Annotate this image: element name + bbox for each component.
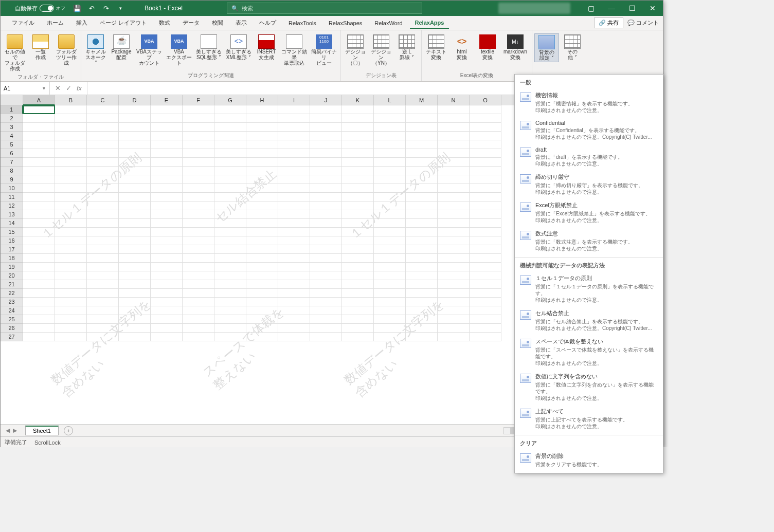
cell[interactable] — [374, 175, 406, 184]
cell[interactable] — [374, 228, 406, 236]
cell[interactable] — [310, 193, 342, 201]
cell[interactable] — [23, 228, 55, 236]
cell[interactable] — [214, 201, 246, 210]
cell[interactable] — [151, 236, 183, 245]
redo-icon[interactable]: ↷ — [101, 4, 111, 13]
cell[interactable] — [342, 306, 374, 315]
cell[interactable] — [87, 210, 119, 219]
cell[interactable] — [342, 193, 374, 201]
cell[interactable] — [87, 254, 119, 263]
cell[interactable] — [406, 114, 438, 123]
cell[interactable] — [246, 280, 278, 289]
column-header[interactable]: G — [214, 95, 246, 105]
cell[interactable] — [55, 315, 87, 324]
cell[interactable] — [183, 263, 214, 271]
close-icon[interactable]: ✕ — [642, 1, 663, 16]
cell[interactable] — [23, 123, 55, 132]
cell[interactable] — [438, 158, 470, 167]
row-header[interactable]: 19 — [1, 263, 23, 271]
cell[interactable] — [23, 333, 55, 341]
cell[interactable] — [438, 236, 470, 245]
cell[interactable] — [183, 306, 214, 315]
cell[interactable] — [23, 289, 55, 298]
row-header[interactable]: 23 — [1, 298, 23, 306]
cell[interactable] — [438, 280, 470, 289]
cell[interactable] — [278, 298, 310, 306]
cell[interactable] — [438, 184, 470, 193]
cell[interactable] — [374, 184, 406, 193]
menu-item[interactable]: １セル１データの原則背景に「１セル１データの原則」を表示する機能です。印刷はされ… — [515, 271, 663, 306]
cell[interactable] — [470, 333, 501, 341]
folder-create-button[interactable]: セルの値でフォルダ作成 — [3, 33, 27, 72]
cell[interactable] — [310, 280, 342, 289]
autosave-toggle[interactable]: 自動保存 オフ — [15, 5, 65, 12]
menu-item[interactable]: セル結合禁止背景に「セル結合禁止」を表示する機能です。印刷はされませんので注意。… — [515, 306, 663, 335]
cell[interactable] — [87, 306, 119, 315]
tab-relaxshapes[interactable]: RelaxShapes — [323, 18, 367, 28]
cell[interactable] — [183, 219, 214, 228]
cell[interactable] — [406, 289, 438, 298]
cell[interactable] — [310, 201, 342, 210]
cell[interactable] — [55, 184, 87, 193]
row-header[interactable]: 6 — [1, 149, 23, 158]
cell[interactable] — [406, 254, 438, 263]
cell[interactable] — [278, 184, 310, 193]
cell[interactable] — [151, 149, 183, 158]
cell[interactable] — [119, 289, 151, 298]
add-sheet-button[interactable]: + — [64, 426, 73, 435]
cell[interactable] — [310, 315, 342, 324]
html-convert-button[interactable]: <>html変換 — [449, 33, 474, 61]
cell[interactable] — [406, 210, 438, 219]
cell[interactable] — [151, 175, 183, 184]
row-header[interactable]: 7 — [1, 158, 23, 167]
decision-o-button[interactable]: デシジョン（〇） — [343, 33, 368, 67]
row-header[interactable]: 4 — [1, 132, 23, 140]
cell[interactable] — [374, 167, 406, 175]
share-button[interactable]: 🔗共有 — [594, 17, 623, 28]
cell[interactable] — [214, 158, 246, 167]
cell[interactable] — [214, 210, 246, 219]
maximize-icon[interactable]: ☐ — [622, 1, 642, 16]
cell[interactable] — [470, 315, 501, 324]
cell[interactable] — [374, 219, 406, 228]
row-header[interactable]: 12 — [1, 201, 23, 210]
cell[interactable] — [310, 254, 342, 263]
cell[interactable] — [151, 105, 183, 114]
cell[interactable] — [55, 245, 87, 254]
row-header[interactable]: 26 — [1, 324, 23, 333]
cell[interactable] — [310, 236, 342, 245]
cell[interactable] — [470, 236, 501, 245]
cell[interactable] — [310, 184, 342, 193]
cell[interactable] — [119, 167, 151, 175]
cell[interactable] — [310, 167, 342, 175]
cell[interactable] — [119, 193, 151, 201]
cell[interactable] — [23, 245, 55, 254]
cell[interactable] — [183, 132, 214, 140]
cell[interactable] — [406, 140, 438, 149]
cell[interactable] — [87, 105, 119, 114]
vba-step-button[interactable]: VBAVBAステップカウント — [135, 33, 164, 67]
cell[interactable] — [246, 184, 278, 193]
cell[interactable] — [470, 324, 501, 333]
row-header[interactable]: 8 — [1, 167, 23, 175]
cell[interactable] — [151, 158, 183, 167]
cell[interactable] — [151, 298, 183, 306]
cell[interactable] — [23, 175, 55, 184]
camel-snake-button[interactable]: キャメルスネーク ˅ — [83, 33, 108, 67]
cell[interactable] — [23, 105, 55, 114]
cell[interactable] — [470, 254, 501, 263]
cell[interactable] — [470, 280, 501, 289]
cell[interactable] — [55, 236, 87, 245]
row-header[interactable]: 15 — [1, 228, 23, 236]
cell[interactable] — [438, 254, 470, 263]
tab-file[interactable]: ファイル — [7, 17, 40, 29]
cell[interactable] — [23, 132, 55, 140]
cell[interactable] — [310, 289, 342, 298]
cell[interactable] — [214, 167, 246, 175]
xml-format-button[interactable]: <>美しすぎるXML整形 ˅ — [224, 33, 253, 61]
cell[interactable] — [246, 158, 278, 167]
cell[interactable] — [374, 123, 406, 132]
cell[interactable] — [406, 263, 438, 271]
menu-item[interactable]: 数値に文字列を含めない背景に「数値に文字列を含めない」を表示する機能です。印刷は… — [515, 370, 663, 405]
cell[interactable] — [55, 298, 87, 306]
